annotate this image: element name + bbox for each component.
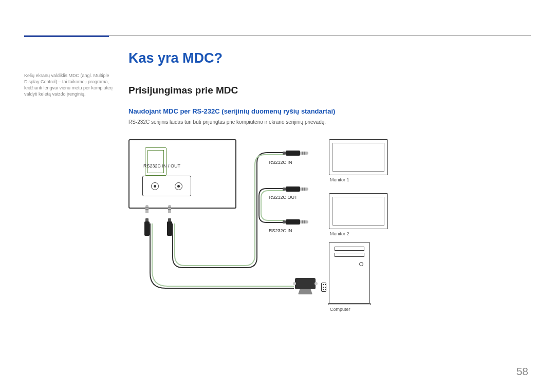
jack-plug-icon: [278, 186, 308, 192]
jack-plug-icon: [144, 213, 150, 244]
computer-label: Computer: [330, 307, 350, 312]
ports-area: RS232C IN / OUT: [132, 170, 235, 195]
port-in-icon: [151, 182, 159, 190]
jack-plug-icon: [278, 150, 308, 156]
accent-rule: [24, 35, 109, 37]
monitor-2-label: Monitor 2: [330, 231, 349, 236]
db9-port-icon: [321, 283, 326, 292]
device-back-panel: RS232C IN / OUT: [128, 139, 236, 209]
monitor-1-icon: [329, 139, 388, 175]
port-label-inout: RS232C IN / OUT: [143, 163, 180, 169]
label-rs232c-out: RS232C OUT: [269, 195, 298, 200]
page-number: 58: [516, 365, 528, 378]
jack-plug-icon: [166, 213, 173, 244]
sidebar-note: Kelių ekranų valdiklis MDC (angl. Multip…: [24, 72, 117, 98]
port-box: [142, 176, 191, 196]
label-rs232c-in2: RS232C IN: [269, 228, 292, 233]
vga-connector-icon: [293, 278, 318, 293]
monitor-2-icon: [329, 193, 388, 229]
connection-diagram: RS232C IN / OUT RS232C IN RS232C OUT: [128, 134, 509, 334]
monitor-1-label: Monitor 1: [330, 177, 349, 182]
jack-plug-icon: [278, 219, 308, 225]
computer-tower-icon: [329, 242, 370, 304]
page-title: Kas yra MDC?: [128, 50, 524, 66]
label-rs232c-in: RS232C IN: [269, 160, 292, 165]
main-content: Kas yra MDC? Prisijungimas prie MDC Naud…: [128, 50, 524, 334]
section-heading: Prisijungimas prie MDC: [128, 85, 524, 96]
subsection-heading: Naudojant MDC per RS-232C (serijinių duo…: [128, 107, 524, 115]
body-paragraph: RS-232C serijinis laidas turi būti priju…: [128, 119, 524, 125]
port-out-icon: [175, 182, 182, 190]
